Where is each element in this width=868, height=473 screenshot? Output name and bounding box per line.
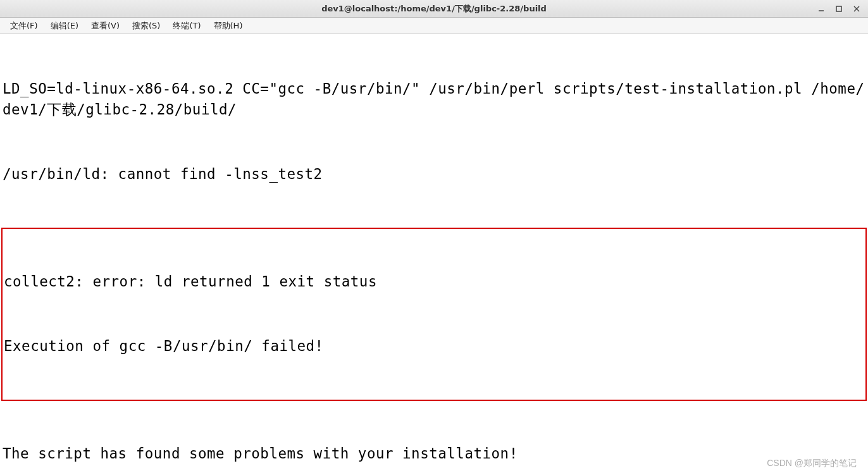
menu-view[interactable]: 查看(V) [85, 18, 126, 34]
close-icon [853, 6, 860, 12]
close-button[interactable] [848, 2, 865, 16]
maximize-button[interactable] [830, 2, 848, 16]
watermark: CSDN @郑同学的笔记 [767, 458, 857, 469]
minimize-icon [818, 6, 824, 12]
output-line-error: Execution of gcc -B/usr/bin/ failed! [4, 336, 864, 357]
output-line: /usr/bin/ld: cannot find -lnss_test2 [3, 164, 865, 185]
menu-edit[interactable]: 编辑(E) [44, 18, 85, 34]
menu-file[interactable]: 文件(F) [4, 18, 44, 34]
svg-rect-1 [836, 6, 841, 11]
output-line-error: collect2: error: ld returned 1 exit stat… [4, 271, 864, 293]
output-line: The script has found some problems with … [3, 443, 865, 465]
menubar: 文件(F) 编辑(E) 查看(V) 搜索(S) 终端(T) 帮助(H) [0, 18, 868, 34]
menu-terminal[interactable]: 终端(T) [166, 18, 207, 34]
minimize-button[interactable] [812, 2, 830, 16]
menu-help[interactable]: 帮助(H) [208, 18, 249, 34]
menu-search[interactable]: 搜索(S) [126, 18, 166, 34]
titlebar: dev1@localhost:/home/dev1/下载/glibc-2.28/… [0, 0, 868, 18]
output-line: LD_SO=ld-linux-x86-64.so.2 CC="gcc -B/us… [3, 78, 865, 121]
maximize-icon [836, 6, 842, 12]
window-controls [812, 0, 865, 17]
error-highlight-box: collect2: error: ld returned 1 exit stat… [1, 228, 867, 401]
terminal-output[interactable]: LD_SO=ld-linux-x86-64.so.2 CC="gcc -B/us… [0, 34, 868, 473]
window-title: dev1@localhost:/home/dev1/下载/glibc-2.28/… [321, 3, 547, 15]
